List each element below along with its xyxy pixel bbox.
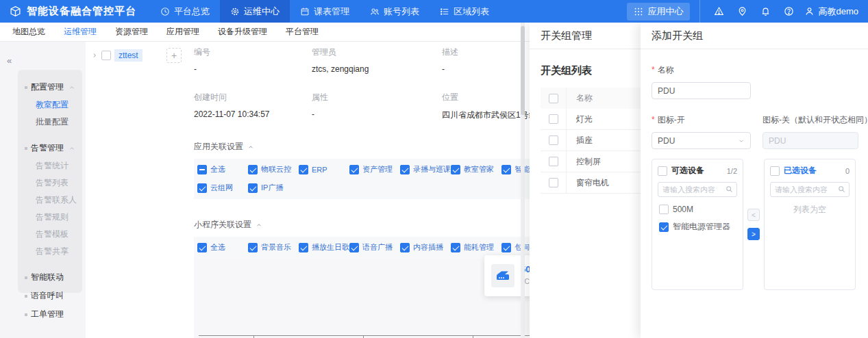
tab-device-upgrade[interactable]: 设备升级管理 — [218, 26, 267, 38]
sidebar-item-classroom-config[interactable]: 教室配置 — [23, 96, 77, 114]
tree-node-label[interactable]: zttest — [114, 49, 142, 62]
checkbox-birthday-song[interactable]: 播放生日歌 — [299, 242, 349, 252]
checkbox-smart-pdu[interactable]: 智能PDU — [501, 164, 530, 174]
chevron-up-icon — [69, 145, 75, 152]
sidebar-item-voice-call[interactable]: 语音呼叫 — [23, 287, 77, 305]
nav-regions[interactable]: 区域列表 — [430, 0, 499, 23]
header-checkbox[interactable] — [549, 94, 558, 103]
field-value: 四川省成都市武侯区1号线(金融 — [442, 109, 530, 121]
row-checkbox[interactable] — [549, 157, 558, 166]
sidebar-group-config[interactable]: 配置管理 — [23, 78, 77, 96]
checkbox-cloud-network[interactable]: 云组网 — [197, 183, 248, 193]
checkbox-iot-cloud[interactable]: 物联云控 — [248, 164, 299, 174]
transfer-controls: < > — [743, 159, 764, 290]
available-select-all-checkbox[interactable] — [658, 166, 667, 176]
sidebar-item-batch-config[interactable]: 批量配置 — [23, 114, 77, 131]
section-app-association[interactable]: 应用关联设置 — [194, 141, 530, 153]
app-association-block: 全选 物联云控 ERP 资产管理 录播与巡课 教室管家 智能PDU 云组网 IP… — [194, 159, 530, 199]
checkbox-icon — [349, 243, 359, 252]
tab-app-management[interactable]: 应用管理 — [166, 26, 199, 38]
selected-devices-box: 已选设备 0 列表为空 — [764, 159, 856, 290]
checkbox-recording[interactable]: 录播与巡课 — [400, 164, 451, 174]
checkbox-ip-broadcast[interactable]: IP广播 — [248, 183, 299, 193]
sidebar-item-alarm-list[interactable]: 告警列表 — [23, 174, 77, 192]
checkbox-icon — [501, 165, 511, 174]
topology-tick — [473, 335, 473, 338]
sidebar-item-alarm-templates[interactable]: 告警模板 — [23, 226, 77, 243]
sidebar-item-alarm-sharing[interactable]: 告警共享 — [23, 243, 77, 260]
tree-node-checkbox[interactable] — [101, 51, 111, 60]
move-left-button[interactable]: < — [747, 209, 760, 221]
checkbox-icon — [299, 165, 308, 174]
checkbox-asset-mgmt[interactable]: 资产管理 — [349, 164, 400, 174]
nav-accounts[interactable]: 账号列表 — [360, 0, 430, 23]
app-title: 智能设备融合管控平台 — [27, 5, 136, 18]
search-icon — [837, 185, 846, 194]
nav-platform-overview[interactable]: 平台总览 — [150, 0, 220, 23]
move-right-button[interactable]: > — [747, 228, 760, 240]
drawer-title: 添加开关组 — [641, 23, 868, 49]
row-checkbox[interactable] — [549, 135, 558, 145]
logo-cube-icon — [10, 5, 21, 17]
detail-panel: 编号- 管理员ztcs, zengqiang 描述- 创建时间2022-11-0… — [194, 42, 530, 338]
help-icon[interactable] — [777, 6, 800, 16]
topology-bus-line — [199, 335, 530, 336]
checkbox-classroom-butler[interactable]: 教室管家 — [451, 164, 501, 174]
warning-icon[interactable] — [707, 6, 730, 16]
nav-schedule[interactable]: 课表管理 — [290, 0, 360, 23]
app-center-button[interactable]: 应用中心 — [627, 3, 690, 21]
row-checkbox[interactable] — [549, 114, 558, 124]
checkbox-icon — [248, 165, 258, 174]
icon-off-input — [762, 132, 858, 149]
calendar-icon — [300, 7, 310, 16]
bullet-icon — [25, 295, 27, 298]
icon-on-select[interactable]: PDU — [652, 132, 751, 149]
top-bar: 智能设备融合管控平台 平台总览 运维中心 课表管理 账号列表 区域列表 应用中心 — [0, 0, 868, 23]
tab-map-overview[interactable]: 地图总览 — [12, 26, 45, 38]
sidebar-item-smart-linkage[interactable]: 智能联动 — [23, 268, 77, 287]
checkbox-erp[interactable]: ERP — [299, 164, 349, 174]
sidebar-item-work-orders[interactable]: 工单管理 — [23, 305, 77, 324]
main-scrollbar[interactable] — [521, 23, 525, 338]
bell-icon[interactable] — [754, 6, 777, 16]
sidebar-item-alarm-contacts[interactable]: 告警联系人 — [23, 192, 77, 209]
nav-ops-center[interactable]: 运维中心 — [220, 0, 290, 23]
row-checkbox[interactable] — [549, 178, 558, 187]
field-value: - — [442, 64, 530, 74]
tab-resource-management[interactable]: 资源管理 — [115, 26, 148, 38]
selected-select-all-checkbox[interactable] — [770, 166, 780, 176]
name-input[interactable] — [652, 82, 751, 99]
available-devices-box: 可选设备 1/2 500M 智能电源管理器 — [652, 159, 743, 290]
checkbox-room-welcome[interactable]: 包间欢迎 — [501, 242, 530, 252]
topbar-divider — [699, 0, 700, 23]
tab-ops-management[interactable]: 运维管理 — [64, 26, 97, 38]
checkbox-energy-mgmt[interactable]: 能耗管理 — [451, 242, 501, 252]
user-menu[interactable]: 高教demo — [800, 5, 868, 18]
section-miniprogram-association[interactable]: 小程序关联设置 — [194, 219, 530, 231]
sidebar-item-alarm-rules[interactable]: 告警规则 — [23, 209, 77, 226]
checkbox-bg-music[interactable]: 背景音乐 — [248, 242, 299, 252]
chevron-right-icon[interactable] — [91, 52, 98, 59]
sidebar-item-alarm-stats[interactable]: 告警统计 — [23, 157, 77, 174]
field-label: 位置 — [442, 92, 530, 103]
tab-platform-management[interactable]: 平台管理 — [286, 26, 319, 38]
icon-on-label: 图标-开 — [652, 114, 751, 126]
device-item-500m[interactable]: 500M — [652, 201, 743, 218]
checkbox-icon — [197, 243, 207, 252]
scrollbar-thumb[interactable] — [521, 26, 525, 115]
checkbox-icon — [659, 205, 669, 214]
checkbox-select-all[interactable]: 全选 — [197, 242, 248, 252]
checkbox-select-all[interactable]: 全选 — [197, 164, 248, 174]
checkbox-icon — [299, 243, 308, 252]
device-transfer: 可选设备 1/2 500M 智能电源管理器 < > — [652, 159, 857, 290]
chevron-up-icon — [247, 144, 254, 151]
location-icon[interactable] — [730, 6, 754, 16]
device-item-smart-power-manager[interactable]: 智能电源管理器 — [652, 218, 743, 236]
collapse-sidebar-icon[interactable]: « — [7, 55, 12, 66]
checkbox-content-insert[interactable]: 内容插播 — [400, 242, 451, 252]
available-count: 1/2 — [727, 167, 737, 175]
sidebar-group-alarm[interactable]: 告警管理 — [23, 139, 77, 157]
add-node-button[interactable]: + — [166, 48, 182, 63]
checkbox-voice-broadcast[interactable]: 语音广播 — [349, 242, 400, 252]
checkbox-icon — [349, 165, 359, 174]
